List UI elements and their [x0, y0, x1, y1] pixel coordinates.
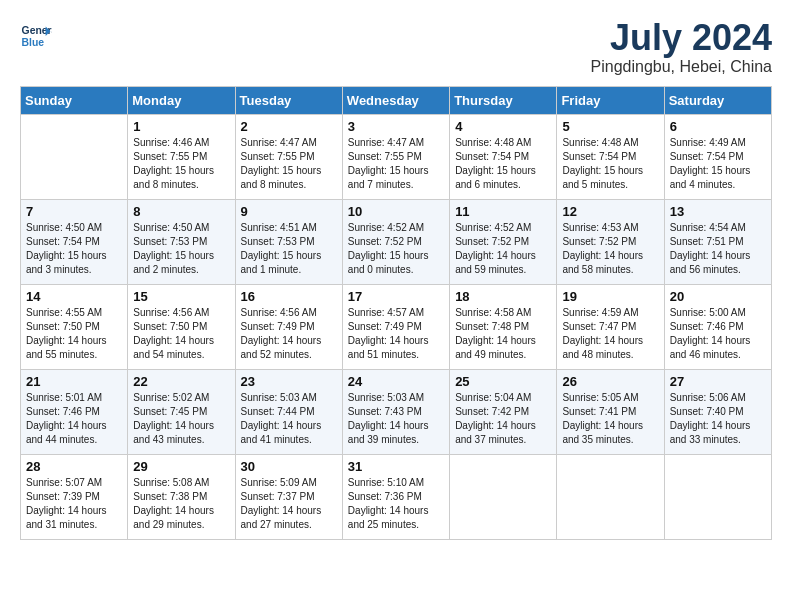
- day-number: 11: [455, 204, 551, 219]
- location-title: Pingdingbu, Hebei, China: [591, 58, 772, 76]
- day-info: Sunrise: 5:03 AMSunset: 7:44 PMDaylight:…: [241, 391, 337, 447]
- day-info: Sunrise: 4:52 AMSunset: 7:52 PMDaylight:…: [348, 221, 444, 277]
- day-info: Sunrise: 5:00 AMSunset: 7:46 PMDaylight:…: [670, 306, 766, 362]
- calendar-cell: 12Sunrise: 4:53 AMSunset: 7:52 PMDayligh…: [557, 200, 664, 285]
- calendar-cell: 28Sunrise: 5:07 AMSunset: 7:39 PMDayligh…: [21, 455, 128, 540]
- weekday-header: Monday: [128, 87, 235, 115]
- weekday-header: Thursday: [450, 87, 557, 115]
- calendar-week-row: 28Sunrise: 5:07 AMSunset: 7:39 PMDayligh…: [21, 455, 772, 540]
- day-info: Sunrise: 4:52 AMSunset: 7:52 PMDaylight:…: [455, 221, 551, 277]
- day-info: Sunrise: 4:54 AMSunset: 7:51 PMDaylight:…: [670, 221, 766, 277]
- day-number: 2: [241, 119, 337, 134]
- calendar-cell: 29Sunrise: 5:08 AMSunset: 7:38 PMDayligh…: [128, 455, 235, 540]
- day-info: Sunrise: 5:06 AMSunset: 7:40 PMDaylight:…: [670, 391, 766, 447]
- calendar-week-row: 14Sunrise: 4:55 AMSunset: 7:50 PMDayligh…: [21, 285, 772, 370]
- day-info: Sunrise: 4:58 AMSunset: 7:48 PMDaylight:…: [455, 306, 551, 362]
- page-header: General Blue July 2024 Pingdingbu, Hebei…: [20, 20, 772, 76]
- day-number: 14: [26, 289, 122, 304]
- weekday-header: Saturday: [664, 87, 771, 115]
- calendar-cell: 5Sunrise: 4:48 AMSunset: 7:54 PMDaylight…: [557, 115, 664, 200]
- calendar-cell: 7Sunrise: 4:50 AMSunset: 7:54 PMDaylight…: [21, 200, 128, 285]
- day-info: Sunrise: 4:55 AMSunset: 7:50 PMDaylight:…: [26, 306, 122, 362]
- day-number: 10: [348, 204, 444, 219]
- day-number: 24: [348, 374, 444, 389]
- calendar-cell: 25Sunrise: 5:04 AMSunset: 7:42 PMDayligh…: [450, 370, 557, 455]
- day-number: 20: [670, 289, 766, 304]
- day-info: Sunrise: 4:56 AMSunset: 7:49 PMDaylight:…: [241, 306, 337, 362]
- day-number: 4: [455, 119, 551, 134]
- calendar-cell: 21Sunrise: 5:01 AMSunset: 7:46 PMDayligh…: [21, 370, 128, 455]
- day-info: Sunrise: 4:48 AMSunset: 7:54 PMDaylight:…: [562, 136, 658, 192]
- day-info: Sunrise: 5:02 AMSunset: 7:45 PMDaylight:…: [133, 391, 229, 447]
- day-info: Sunrise: 5:03 AMSunset: 7:43 PMDaylight:…: [348, 391, 444, 447]
- calendar-cell: 31Sunrise: 5:10 AMSunset: 7:36 PMDayligh…: [342, 455, 449, 540]
- day-number: 23: [241, 374, 337, 389]
- logo: General Blue: [20, 20, 52, 52]
- day-number: 3: [348, 119, 444, 134]
- calendar-cell: 3Sunrise: 4:47 AMSunset: 7:55 PMDaylight…: [342, 115, 449, 200]
- day-info: Sunrise: 5:10 AMSunset: 7:36 PMDaylight:…: [348, 476, 444, 532]
- day-info: Sunrise: 4:46 AMSunset: 7:55 PMDaylight:…: [133, 136, 229, 192]
- calendar-cell: 10Sunrise: 4:52 AMSunset: 7:52 PMDayligh…: [342, 200, 449, 285]
- weekday-header: Friday: [557, 87, 664, 115]
- day-info: Sunrise: 4:47 AMSunset: 7:55 PMDaylight:…: [348, 136, 444, 192]
- calendar-cell: 26Sunrise: 5:05 AMSunset: 7:41 PMDayligh…: [557, 370, 664, 455]
- calendar-cell: 15Sunrise: 4:56 AMSunset: 7:50 PMDayligh…: [128, 285, 235, 370]
- day-number: 19: [562, 289, 658, 304]
- day-info: Sunrise: 4:53 AMSunset: 7:52 PMDaylight:…: [562, 221, 658, 277]
- calendar-cell: 2Sunrise: 4:47 AMSunset: 7:55 PMDaylight…: [235, 115, 342, 200]
- day-number: 26: [562, 374, 658, 389]
- weekday-header: Tuesday: [235, 87, 342, 115]
- day-info: Sunrise: 4:59 AMSunset: 7:47 PMDaylight:…: [562, 306, 658, 362]
- calendar-cell: 30Sunrise: 5:09 AMSunset: 7:37 PMDayligh…: [235, 455, 342, 540]
- month-title: July 2024: [591, 20, 772, 56]
- day-number: 12: [562, 204, 658, 219]
- day-number: 13: [670, 204, 766, 219]
- calendar-cell: 14Sunrise: 4:55 AMSunset: 7:50 PMDayligh…: [21, 285, 128, 370]
- day-info: Sunrise: 5:05 AMSunset: 7:41 PMDaylight:…: [562, 391, 658, 447]
- calendar-cell: 4Sunrise: 4:48 AMSunset: 7:54 PMDaylight…: [450, 115, 557, 200]
- day-info: Sunrise: 5:01 AMSunset: 7:46 PMDaylight:…: [26, 391, 122, 447]
- day-info: Sunrise: 5:07 AMSunset: 7:39 PMDaylight:…: [26, 476, 122, 532]
- calendar-cell: [450, 455, 557, 540]
- day-info: Sunrise: 4:51 AMSunset: 7:53 PMDaylight:…: [241, 221, 337, 277]
- calendar-cell: 22Sunrise: 5:02 AMSunset: 7:45 PMDayligh…: [128, 370, 235, 455]
- day-number: 21: [26, 374, 122, 389]
- calendar-cell: 17Sunrise: 4:57 AMSunset: 7:49 PMDayligh…: [342, 285, 449, 370]
- day-number: 25: [455, 374, 551, 389]
- day-info: Sunrise: 4:56 AMSunset: 7:50 PMDaylight:…: [133, 306, 229, 362]
- calendar-cell: [21, 115, 128, 200]
- day-number: 5: [562, 119, 658, 134]
- calendar-cell: 13Sunrise: 4:54 AMSunset: 7:51 PMDayligh…: [664, 200, 771, 285]
- logo-icon: General Blue: [20, 20, 52, 52]
- day-number: 6: [670, 119, 766, 134]
- day-number: 28: [26, 459, 122, 474]
- day-number: 29: [133, 459, 229, 474]
- calendar-cell: 20Sunrise: 5:00 AMSunset: 7:46 PMDayligh…: [664, 285, 771, 370]
- weekday-header: Sunday: [21, 87, 128, 115]
- calendar-cell: 18Sunrise: 4:58 AMSunset: 7:48 PMDayligh…: [450, 285, 557, 370]
- weekday-header: Wednesday: [342, 87, 449, 115]
- calendar-cell: 1Sunrise: 4:46 AMSunset: 7:55 PMDaylight…: [128, 115, 235, 200]
- svg-text:Blue: Blue: [22, 37, 45, 48]
- calendar-cell: [664, 455, 771, 540]
- day-number: 22: [133, 374, 229, 389]
- calendar-cell: 8Sunrise: 4:50 AMSunset: 7:53 PMDaylight…: [128, 200, 235, 285]
- calendar-cell: 23Sunrise: 5:03 AMSunset: 7:44 PMDayligh…: [235, 370, 342, 455]
- day-number: 31: [348, 459, 444, 474]
- calendar-week-row: 1Sunrise: 4:46 AMSunset: 7:55 PMDaylight…: [21, 115, 772, 200]
- day-info: Sunrise: 4:49 AMSunset: 7:54 PMDaylight:…: [670, 136, 766, 192]
- day-info: Sunrise: 5:08 AMSunset: 7:38 PMDaylight:…: [133, 476, 229, 532]
- title-area: July 2024 Pingdingbu, Hebei, China: [591, 20, 772, 76]
- day-info: Sunrise: 5:09 AMSunset: 7:37 PMDaylight:…: [241, 476, 337, 532]
- day-info: Sunrise: 4:50 AMSunset: 7:54 PMDaylight:…: [26, 221, 122, 277]
- calendar-cell: 16Sunrise: 4:56 AMSunset: 7:49 PMDayligh…: [235, 285, 342, 370]
- day-number: 15: [133, 289, 229, 304]
- day-info: Sunrise: 5:04 AMSunset: 7:42 PMDaylight:…: [455, 391, 551, 447]
- day-info: Sunrise: 4:50 AMSunset: 7:53 PMDaylight:…: [133, 221, 229, 277]
- day-number: 30: [241, 459, 337, 474]
- day-number: 9: [241, 204, 337, 219]
- day-number: 18: [455, 289, 551, 304]
- calendar-week-row: 21Sunrise: 5:01 AMSunset: 7:46 PMDayligh…: [21, 370, 772, 455]
- calendar-week-row: 7Sunrise: 4:50 AMSunset: 7:54 PMDaylight…: [21, 200, 772, 285]
